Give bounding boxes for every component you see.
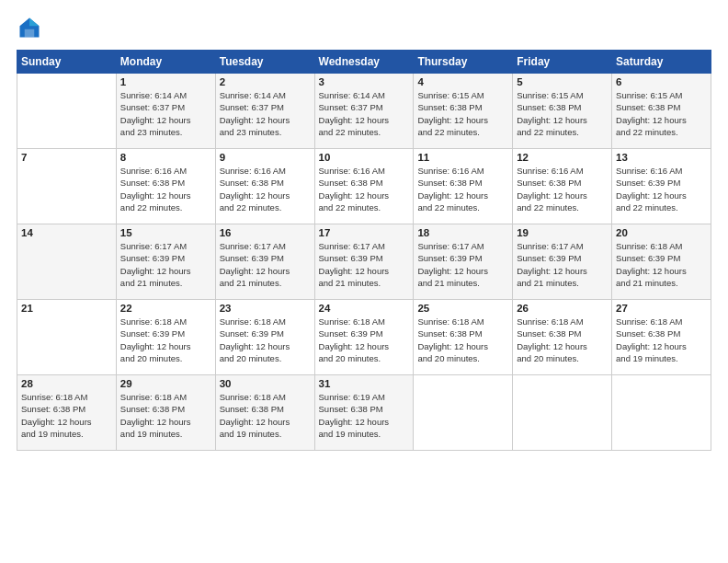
- calendar-week-3: 2122Sunrise: 6:18 AM Sunset: 6:39 PM Day…: [17, 300, 711, 375]
- day-info: Sunrise: 6:16 AM Sunset: 6:38 PM Dayligh…: [417, 165, 508, 213]
- day-info: Sunrise: 6:17 AM Sunset: 6:39 PM Dayligh…: [417, 240, 508, 289]
- calendar-cell: 28Sunrise: 6:18 AM Sunset: 6:38 PM Dayli…: [17, 375, 117, 451]
- calendar-cell: 6Sunrise: 6:15 AM Sunset: 6:38 PM Daylig…: [612, 74, 711, 149]
- day-number: 21: [21, 303, 112, 314]
- day-info: Sunrise: 6:15 AM Sunset: 6:38 PM Dayligh…: [517, 89, 608, 138]
- day-number: 9: [220, 152, 311, 163]
- calendar-cell: 10Sunrise: 6:16 AM Sunset: 6:38 PM Dayli…: [314, 149, 414, 224]
- logo: [17, 15, 46, 40]
- calendar-cell: 16Sunrise: 6:17 AM Sunset: 6:39 PM Dayli…: [215, 224, 314, 300]
- calendar-cell: 12Sunrise: 6:16 AM Sunset: 6:38 PM Dayli…: [513, 149, 612, 224]
- day-info: Sunrise: 6:17 AM Sunset: 6:39 PM Dayligh…: [517, 240, 608, 289]
- calendar-cell: 31Sunrise: 6:19 AM Sunset: 6:38 PM Dayli…: [314, 375, 414, 451]
- day-number: 4: [417, 76, 508, 87]
- day-number: 6: [616, 76, 707, 87]
- day-number: 13: [616, 152, 707, 163]
- day-info: Sunrise: 6:16 AM Sunset: 6:38 PM Dayligh…: [120, 165, 211, 213]
- header: [17, 15, 711, 40]
- calendar-cell: 23Sunrise: 6:18 AM Sunset: 6:39 PM Dayli…: [215, 300, 314, 375]
- calendar-cell: 17Sunrise: 6:17 AM Sunset: 6:39 PM Dayli…: [314, 224, 414, 300]
- day-info: Sunrise: 6:16 AM Sunset: 6:39 PM Dayligh…: [616, 165, 707, 213]
- calendar-cell: 22Sunrise: 6:18 AM Sunset: 6:39 PM Dayli…: [116, 300, 215, 375]
- day-number: 18: [417, 227, 508, 238]
- day-number: 12: [517, 152, 608, 163]
- day-number: 7: [21, 152, 112, 163]
- day-number: 30: [220, 378, 311, 389]
- day-info: Sunrise: 6:16 AM Sunset: 6:38 PM Dayligh…: [319, 165, 410, 213]
- day-info: Sunrise: 6:18 AM Sunset: 6:38 PM Dayligh…: [220, 391, 311, 440]
- calendar-cell: 3Sunrise: 6:14 AM Sunset: 6:37 PM Daylig…: [314, 74, 414, 149]
- calendar-cell: 25Sunrise: 6:18 AM Sunset: 6:38 PM Dayli…: [414, 300, 513, 375]
- calendar-cell: 5Sunrise: 6:15 AM Sunset: 6:38 PM Daylig…: [513, 74, 612, 149]
- calendar-cell: 26Sunrise: 6:18 AM Sunset: 6:38 PM Dayli…: [513, 300, 612, 375]
- calendar-cell: 15Sunrise: 6:17 AM Sunset: 6:39 PM Dayli…: [116, 224, 215, 300]
- day-number: 15: [120, 227, 211, 238]
- day-info: Sunrise: 6:15 AM Sunset: 6:38 PM Dayligh…: [616, 89, 707, 138]
- calendar-week-2: 1415Sunrise: 6:17 AM Sunset: 6:39 PM Day…: [17, 224, 711, 300]
- svg-marker-1: [29, 18, 40, 27]
- calendar-cell: 18Sunrise: 6:17 AM Sunset: 6:39 PM Dayli…: [414, 224, 513, 300]
- day-number: 14: [21, 227, 112, 238]
- calendar-cell: 7: [17, 149, 117, 224]
- day-info: Sunrise: 6:18 AM Sunset: 6:39 PM Dayligh…: [220, 316, 311, 364]
- day-info: Sunrise: 6:17 AM Sunset: 6:39 PM Dayligh…: [120, 240, 211, 289]
- weekday-wednesday: Wednesday: [314, 51, 414, 74]
- day-info: Sunrise: 6:15 AM Sunset: 6:38 PM Dayligh…: [417, 89, 508, 138]
- calendar-cell: [414, 375, 513, 451]
- day-info: Sunrise: 6:16 AM Sunset: 6:38 PM Dayligh…: [517, 165, 608, 213]
- calendar-week-4: 28Sunrise: 6:18 AM Sunset: 6:38 PM Dayli…: [17, 375, 711, 451]
- calendar-cell: 30Sunrise: 6:18 AM Sunset: 6:38 PM Dayli…: [215, 375, 314, 451]
- calendar-header: SundayMondayTuesdayWednesdayThursdayFrid…: [17, 51, 711, 74]
- svg-rect-2: [25, 29, 35, 38]
- calendar-cell: 9Sunrise: 6:16 AM Sunset: 6:38 PM Daylig…: [215, 149, 314, 224]
- weekday-saturday: Saturday: [612, 51, 711, 74]
- calendar-cell: 14: [17, 224, 117, 300]
- calendar-cell: 21: [17, 300, 117, 375]
- day-number: 8: [120, 152, 211, 163]
- calendar-table: SundayMondayTuesdayWednesdayThursdayFrid…: [17, 50, 711, 451]
- calendar-cell: 1Sunrise: 6:14 AM Sunset: 6:37 PM Daylig…: [116, 74, 215, 149]
- weekday-tuesday: Tuesday: [215, 51, 314, 74]
- day-info: Sunrise: 6:18 AM Sunset: 6:39 PM Dayligh…: [120, 316, 211, 364]
- day-info: Sunrise: 6:18 AM Sunset: 6:38 PM Dayligh…: [417, 316, 508, 364]
- calendar-cell: 19Sunrise: 6:17 AM Sunset: 6:39 PM Dayli…: [513, 224, 612, 300]
- day-info: Sunrise: 6:18 AM Sunset: 6:38 PM Dayligh…: [517, 316, 608, 364]
- day-number: 27: [616, 303, 707, 314]
- day-info: Sunrise: 6:18 AM Sunset: 6:39 PM Dayligh…: [319, 316, 410, 364]
- day-info: Sunrise: 6:14 AM Sunset: 6:37 PM Dayligh…: [220, 89, 311, 138]
- calendar-cell: 27Sunrise: 6:18 AM Sunset: 6:38 PM Dayli…: [612, 300, 711, 375]
- day-number: 10: [319, 152, 410, 163]
- day-number: 31: [319, 378, 410, 389]
- day-info: Sunrise: 6:18 AM Sunset: 6:38 PM Dayligh…: [120, 391, 211, 440]
- weekday-header-row: SundayMondayTuesdayWednesdayThursdayFrid…: [17, 51, 711, 74]
- calendar-cell: [612, 375, 711, 451]
- calendar-cell: 11Sunrise: 6:16 AM Sunset: 6:38 PM Dayli…: [414, 149, 513, 224]
- day-number: 28: [21, 378, 112, 389]
- calendar-body: 1Sunrise: 6:14 AM Sunset: 6:37 PM Daylig…: [17, 74, 711, 451]
- day-number: 16: [220, 227, 311, 238]
- day-number: 17: [319, 227, 410, 238]
- page: SundayMondayTuesdayWednesdayThursdayFrid…: [0, 0, 728, 563]
- calendar-cell: [513, 375, 612, 451]
- day-number: 11: [417, 152, 508, 163]
- calendar-cell: 24Sunrise: 6:18 AM Sunset: 6:39 PM Dayli…: [314, 300, 414, 375]
- weekday-monday: Monday: [116, 51, 215, 74]
- calendar-cell: 13Sunrise: 6:16 AM Sunset: 6:39 PM Dayli…: [612, 149, 711, 224]
- day-number: 20: [616, 227, 707, 238]
- day-number: 19: [517, 227, 608, 238]
- day-info: Sunrise: 6:14 AM Sunset: 6:37 PM Dayligh…: [120, 89, 211, 138]
- calendar-cell: [17, 74, 117, 149]
- day-number: 23: [220, 303, 311, 314]
- day-number: 29: [120, 378, 211, 389]
- day-number: 25: [417, 303, 508, 314]
- day-number: 24: [319, 303, 410, 314]
- day-info: Sunrise: 6:14 AM Sunset: 6:37 PM Dayligh…: [319, 89, 410, 138]
- day-info: Sunrise: 6:19 AM Sunset: 6:38 PM Dayligh…: [319, 391, 410, 440]
- day-info: Sunrise: 6:18 AM Sunset: 6:39 PM Dayligh…: [616, 240, 707, 289]
- weekday-sunday: Sunday: [17, 51, 117, 74]
- day-info: Sunrise: 6:17 AM Sunset: 6:39 PM Dayligh…: [220, 240, 311, 289]
- day-number: 2: [220, 76, 311, 87]
- day-info: Sunrise: 6:17 AM Sunset: 6:39 PM Dayligh…: [319, 240, 410, 289]
- day-number: 26: [517, 303, 608, 314]
- calendar-cell: 29Sunrise: 6:18 AM Sunset: 6:38 PM Dayli…: [116, 375, 215, 451]
